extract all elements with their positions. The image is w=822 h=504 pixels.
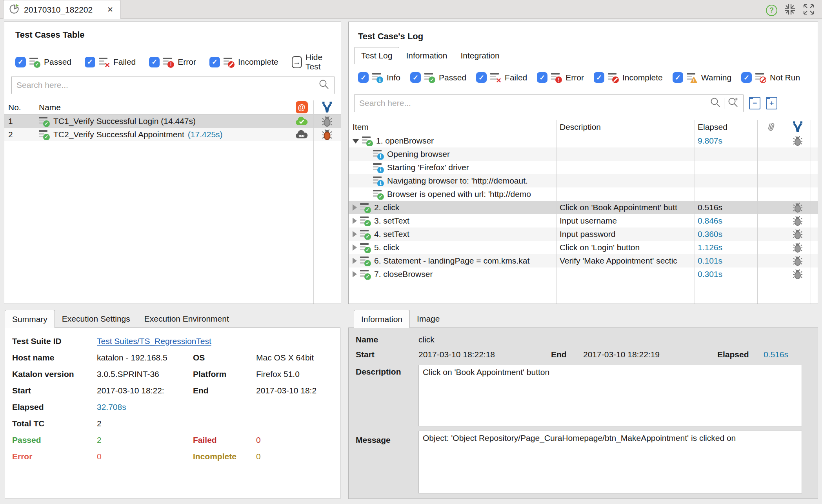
log-search-input[interactable] [359,98,710,108]
row-number: 1 [4,116,35,126]
log-elapsed: 0.101s [695,256,757,266]
error-checkbox[interactable] [537,72,547,83]
expand-triangle-icon[interactable] [353,231,357,237]
warning-checkbox[interactable] [673,72,683,83]
log-elapsed: 0.301s [695,269,757,279]
passed-status-icon [360,242,371,253]
test-cases-search-input[interactable] [16,80,318,90]
error-checkbox[interactable] [149,57,160,67]
column-item[interactable]: Item [349,122,556,132]
tab-summary[interactable]: Summary [5,310,55,328]
paperclip-icon[interactable] [757,122,785,133]
bug-icon[interactable] [785,242,811,253]
tab-test-log[interactable]: Test Log [354,47,399,64]
tab-integration[interactable]: Integration [454,47,506,64]
end-value: 2017-03-10 18:22:19 [583,350,660,359]
expand-triangle-icon[interactable] [353,244,357,251]
search-plus-icon[interactable] [727,97,738,110]
test-case-duration: (17.425s) [188,130,223,139]
hide-test-button[interactable]: Hide Test [292,53,334,71]
test-case-row[interactable]: 2 TC2_Verify Successful Appointment (17.… [4,128,341,141]
log-elapsed: 0.360s [695,229,757,239]
info-status-icon [373,149,384,160]
column-no[interactable]: No. [4,103,35,112]
bug-icon[interactable] [313,116,341,127]
tab-execution-settings[interactable]: Execution Settings [55,310,137,328]
maximize-icon[interactable] [802,3,815,18]
message-textarea[interactable]: Object: 'Object Repository/Page_CuraHome… [418,431,802,493]
bug-icon[interactable] [785,256,811,266]
log-row[interactable]: 4. setText Input password 0.360s [349,227,818,241]
column-name[interactable]: Name [35,103,290,112]
bug-icon[interactable] [313,129,341,140]
platform-value: Firefox 51.0 [256,369,300,379]
search-icon [318,79,329,92]
log-row[interactable]: 6. Statement - landingPage = com.kms.kat… [349,254,818,267]
description-textarea[interactable]: Click on 'Book Appointment' button [418,365,802,426]
jira-icon[interactable] [785,121,811,133]
column-elapsed[interactable]: Elapsed [695,122,757,132]
minimize-icon[interactable] [784,3,796,18]
expand-triangle-icon[interactable] [353,271,357,277]
error-status-icon [551,72,562,83]
test-suite-id-link[interactable]: Test Suites/TS_RegressionTest [97,337,211,346]
test-log-panel: Test Case's Log Test Log Information Int… [348,22,818,304]
tab-execution-environment[interactable]: Execution Environment [137,310,236,328]
log-item-text: Navigating browser to: 'http://demoaut. [387,176,528,186]
passed-checkbox[interactable] [410,72,421,83]
filter-warning-label: Warning [701,73,731,82]
report-tab[interactable]: 20170310_182202 [3,0,121,19]
qtest-icon[interactable] [290,101,313,113]
test-case-row[interactable]: 1 TC1_Verify Successful Login (14.447s) [4,115,341,128]
log-description: Click on 'Book Appointment' butt [556,203,695,212]
row-number: 2 [4,130,35,139]
tab-information[interactable]: Information [354,310,410,328]
filter-incomplete-label: Incomplete [622,73,663,82]
log-elapsed: 1.126s [695,243,757,252]
bug-icon[interactable] [785,202,811,213]
tab-information[interactable]: Information [399,47,454,64]
log-row[interactable]: 1. openBrowser 9.807s [349,134,818,147]
expand-triangle-icon[interactable] [353,218,357,224]
log-row[interactable]: Navigating browser to: 'http://demoaut. [349,174,818,187]
log-row[interactable]: 5. click Click on 'Login' button 1.126s [349,241,818,254]
log-row[interactable]: Opening browser [349,147,818,161]
failed-checkbox[interactable] [85,57,95,67]
log-row[interactable]: 2. click Click on 'Book Appointment' but… [349,201,818,214]
help-icon[interactable] [766,5,777,16]
incomplete-checkbox[interactable] [594,72,604,83]
bug-icon[interactable] [785,269,811,279]
bug-icon[interactable] [785,136,811,146]
expand-all-icon[interactable]: + [766,97,777,109]
message-label: Message [356,435,391,445]
end-value: 2017-03-10 18:2 [256,386,316,395]
log-row[interactable]: 7. closeBrowser 0.301s [349,267,818,281]
filter-passed: Passed [410,72,466,83]
expand-triangle-icon[interactable] [353,204,357,211]
log-item-text: 5. click [374,243,399,252]
not-run-checkbox[interactable] [741,72,752,83]
expand-triangle-icon[interactable] [353,258,357,264]
column-description[interactable]: Description [556,122,695,132]
bug-icon[interactable] [785,229,811,239]
passed-checkbox[interactable] [15,57,26,67]
log-description: Input username [556,216,695,226]
bug-icon[interactable] [785,216,811,226]
collapse-all-icon[interactable]: − [749,97,760,109]
incomplete-checkbox[interactable] [209,57,220,67]
log-row[interactable]: Starting 'Firefox' driver [349,161,818,174]
tab-image[interactable]: Image [410,310,447,328]
test-cases-filter-bar: Passed Failed Error Incomplete Hide Test [15,53,334,71]
log-row[interactable]: 3. setText Input username 0.846s [349,214,818,227]
collapse-triangle-icon[interactable] [353,139,359,144]
close-tab-icon[interactable] [105,5,115,15]
filter-passed: Passed [15,57,71,67]
jira-icon[interactable] [313,102,341,113]
info-checkbox[interactable] [358,72,369,83]
filter-failed: Failed [85,57,136,67]
log-row[interactable]: Browser is opened with url: 'http://demo [349,187,818,201]
failed-checkbox[interactable] [476,72,487,83]
katalon-version-label: Katalon version [12,369,74,379]
test-cases-title: Test Cases Table [15,30,84,40]
total-tc-label: Total TC [12,419,44,428]
